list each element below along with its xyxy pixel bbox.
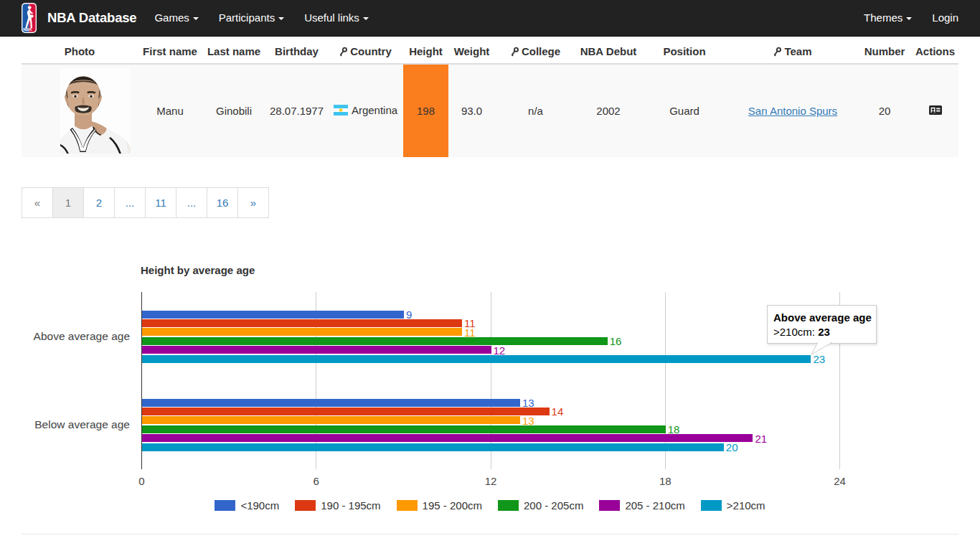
page-item-prev: « — [22, 187, 53, 218]
legend-swatch — [701, 500, 722, 511]
page-item-ellipsis-1: ... — [115, 187, 146, 218]
cell-position: Guard — [641, 64, 728, 157]
bar-205210cm[interactable] — [142, 434, 753, 442]
bar-200205cm[interactable] — [142, 425, 666, 433]
team-link[interactable]: San Antonio Spurs — [748, 105, 837, 117]
cell-last-name: Ginobili — [202, 64, 265, 157]
cell-birthday: 28.07.1977 — [265, 64, 328, 157]
nav-menu-login[interactable]: Login — [922, 0, 969, 36]
nba-logo-icon: NBA — [22, 3, 37, 33]
tooltip-title: Above average age — [773, 311, 870, 325]
page-item-page-1: 1 — [53, 187, 84, 218]
tooltip-value: >210cm: 23 — [773, 325, 870, 339]
legend-item[interactable]: 190 - 195cm — [295, 499, 380, 512]
cell-actions — [912, 64, 958, 157]
col-header-actions: Actions — [912, 37, 958, 64]
player-photo — [60, 68, 131, 154]
page-item-page-2: 2 — [84, 187, 115, 218]
col-header-last-name: Last name — [202, 37, 265, 64]
legend-swatch — [498, 500, 519, 511]
header-row: PhotoFirst nameLast nameBirthday Country… — [22, 37, 958, 64]
id-card-icon[interactable] — [929, 105, 942, 115]
legend-item[interactable]: >210cm — [701, 499, 765, 512]
argentina-flag-icon — [334, 105, 348, 116]
bar-190195cm[interactable] — [142, 319, 462, 327]
bar-205210cm[interactable] — [142, 346, 491, 354]
bar-210cm[interactable] — [142, 355, 811, 363]
link-icon — [773, 47, 781, 57]
nav-menu-themes[interactable]: Themes — [854, 0, 922, 36]
bar-190195cm[interactable] — [142, 408, 550, 415]
page-link-page-2[interactable]: 2 — [83, 187, 115, 218]
x-axis-label: 12 — [485, 476, 497, 486]
page-link-prev[interactable]: « — [22, 187, 53, 218]
link-icon — [339, 47, 347, 57]
brand-title[interactable]: NBA Database — [47, 10, 136, 26]
legend-item[interactable]: 195 - 200cm — [397, 499, 482, 512]
height-chart: Height by average age 06121824Above aver… — [0, 255, 980, 527]
col-header-first-name: First name — [138, 37, 202, 64]
col-header-height: Height — [403, 37, 448, 64]
legend-label: 190 - 195cm — [321, 499, 380, 512]
legend-swatch — [295, 500, 316, 511]
chevron-down-icon — [278, 17, 284, 20]
page-link-ellipsis-1[interactable]: ... — [114, 187, 146, 218]
col-header-position: Position — [641, 37, 728, 64]
bar-value-label: 18 — [668, 424, 680, 435]
bar-195200cm[interactable] — [142, 416, 520, 424]
cell-height-highlighted: 198 — [403, 64, 448, 157]
page-link-page-11[interactable]: 11 — [145, 187, 176, 218]
bar-195200cm[interactable] — [142, 328, 462, 336]
chart-tooltip: Above average age>210cm: 23 — [767, 305, 877, 344]
chevron-down-icon — [906, 17, 912, 20]
nav-menu-games[interactable]: Games — [144, 0, 208, 36]
col-header-birthday: Birthday — [265, 37, 328, 64]
bar-value-label: 11 — [464, 327, 476, 338]
legend-label: 205 - 210cm — [625, 499, 684, 512]
nav-menu-useful-links[interactable]: Useful links — [294, 0, 379, 36]
bar-190cm[interactable] — [142, 311, 404, 319]
category-label: Above average age — [0, 331, 130, 342]
bar-value-label: 20 — [726, 442, 738, 453]
legend-label: >210cm — [727, 499, 765, 512]
bar-200205cm[interactable] — [142, 337, 608, 345]
page-item-ellipsis-2: ... — [176, 187, 207, 218]
cell-nba-debut: 2002 — [576, 64, 641, 157]
page-link-page-16[interactable]: 16 — [207, 187, 238, 218]
page-link-ellipsis-2[interactable]: ... — [176, 187, 207, 218]
pagination: «12...11...16» — [22, 187, 269, 218]
players-table: PhotoFirst nameLast nameBirthday Country… — [22, 37, 958, 157]
legend-item[interactable]: <190cm — [215, 499, 279, 512]
legend-item[interactable]: 205 - 210cm — [599, 499, 684, 512]
cell-team: San Antonio Spurs — [728, 64, 857, 157]
page-link-page-1[interactable]: 1 — [52, 187, 84, 218]
bar-value-label: 9 — [406, 309, 412, 320]
col-header-weight: Weight — [448, 37, 495, 64]
x-axis-label: 24 — [834, 476, 846, 486]
bar-value-label: 12 — [494, 345, 506, 356]
navbar-menu-right: ThemesLogin — [854, 0, 969, 36]
col-header-number: Number — [857, 37, 912, 64]
table-row: Manu Ginobili 28.07.1977 — [22, 64, 958, 157]
legend-label: 195 - 200cm — [423, 499, 482, 512]
svg-text:NBA: NBA — [23, 27, 32, 32]
bar-190cm[interactable] — [142, 399, 520, 407]
page-item-page-11: 11 — [146, 187, 176, 218]
chevron-down-icon — [363, 17, 369, 20]
link-icon — [511, 47, 519, 57]
navbar-menu-left: GamesParticipantsUseful links — [144, 0, 378, 36]
player-photo-cell — [22, 64, 138, 157]
legend-label: <190cm — [240, 499, 279, 512]
col-header-team: Team — [728, 37, 857, 64]
navbar: NBA NBA Database GamesParticipantsUseful… — [0, 0, 980, 37]
bar-value-label: 13 — [522, 415, 534, 426]
page-item-next: » — [238, 187, 269, 218]
nav-menu-participants[interactable]: Participants — [209, 0, 294, 36]
page-item-page-16: 16 — [207, 187, 238, 218]
page-link-next[interactable]: » — [237, 187, 269, 218]
bar-value-label: 21 — [755, 433, 767, 444]
bar-210cm[interactable] — [142, 443, 724, 451]
country-name: Argentina — [352, 104, 397, 116]
cell-number: 20 — [857, 64, 912, 157]
legend-item[interactable]: 200 - 205cm — [498, 499, 583, 512]
